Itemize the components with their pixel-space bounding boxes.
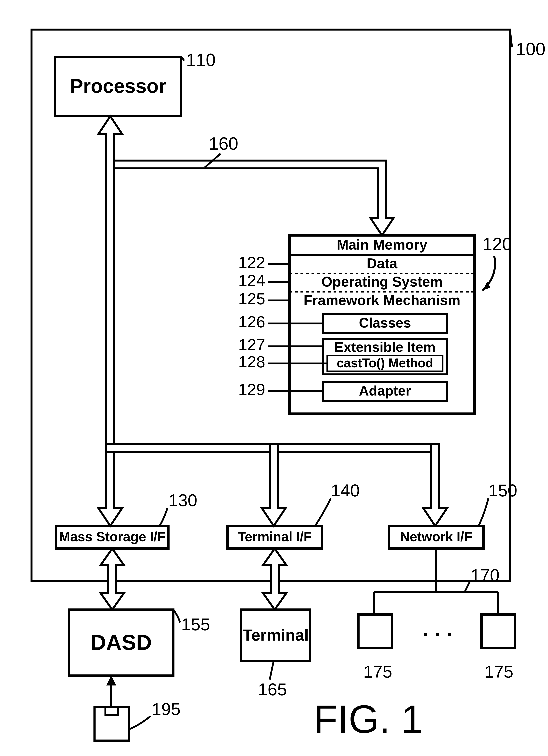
processor-label: Processor bbox=[70, 75, 166, 97]
net-dots: . . . bbox=[422, 617, 452, 641]
memory-cast-label: castTo() Method bbox=[337, 356, 433, 370]
svg-rect-16 bbox=[105, 707, 118, 715]
ref-110: 110 bbox=[186, 50, 216, 70]
ref-125: 125 bbox=[238, 290, 265, 308]
memory-data-label: Data bbox=[367, 255, 397, 271]
ref-155: 155 bbox=[181, 615, 210, 634]
ref-160: 160 bbox=[209, 134, 238, 153]
ref-127: 127 bbox=[238, 336, 265, 354]
ref-140: 140 bbox=[331, 481, 360, 500]
floppy-icon bbox=[95, 707, 129, 741]
ref-175-b: 175 bbox=[484, 662, 513, 681]
memory-classes-label: Classes bbox=[359, 315, 411, 331]
ref-195: 195 bbox=[152, 699, 181, 719]
terminal-label: Terminal bbox=[243, 626, 309, 644]
memory-fw-label: Framework Mechanism bbox=[303, 292, 460, 308]
svg-rect-15 bbox=[95, 707, 129, 741]
ref-130: 130 bbox=[168, 490, 197, 510]
ref-165: 165 bbox=[258, 680, 287, 699]
net-if-label: Network I/F bbox=[400, 529, 472, 544]
figure-label: FIG. 1 bbox=[313, 697, 423, 741]
ref-124: 124 bbox=[238, 271, 265, 289]
ref-120: 120 bbox=[482, 234, 512, 254]
net-node-a bbox=[358, 615, 392, 648]
ref-122: 122 bbox=[238, 253, 265, 271]
ref-129: 129 bbox=[238, 380, 265, 398]
ref-170: 170 bbox=[471, 565, 500, 585]
ref-128: 128 bbox=[238, 353, 265, 371]
ref-175-a: 175 bbox=[363, 662, 392, 681]
ref-150: 150 bbox=[488, 481, 517, 500]
memory-adapter-label: Adapter bbox=[359, 383, 411, 398]
mass-if-label: Mass Storage I/F bbox=[59, 529, 166, 544]
ref-100: 100 bbox=[516, 39, 545, 59]
term-if-label: Terminal I/F bbox=[238, 529, 312, 544]
memory-os-label: Operating System bbox=[321, 274, 443, 290]
svg-marker-18 bbox=[106, 676, 116, 685]
memory-ext-label: Extensible Item bbox=[334, 339, 435, 355]
dasd-label: DASD bbox=[90, 630, 152, 654]
net-node-b bbox=[481, 615, 515, 648]
memory-title: Main Memory bbox=[337, 237, 427, 253]
ref-126: 126 bbox=[238, 313, 265, 331]
